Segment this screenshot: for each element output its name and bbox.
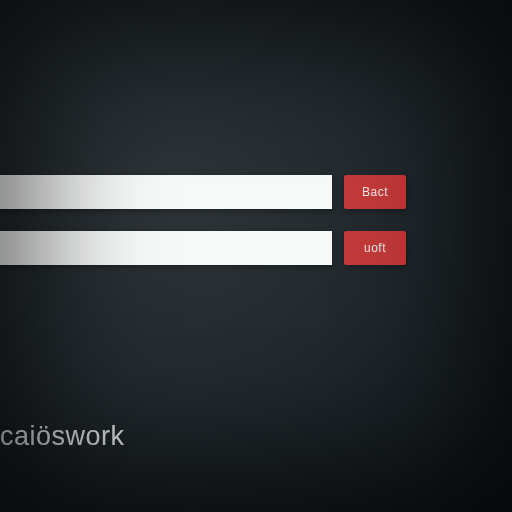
form-rows: Bact uoft xyxy=(0,175,512,287)
brand-wordmark: caiöswork xyxy=(0,421,125,452)
input-field-2[interactable] xyxy=(0,231,332,265)
action-button-1[interactable]: Bact xyxy=(344,175,406,209)
input-field-1[interactable] xyxy=(0,175,332,209)
form-row-2: uoft xyxy=(0,231,512,265)
spacer xyxy=(332,175,344,209)
action-button-2[interactable]: uoft xyxy=(344,231,406,265)
spacer xyxy=(332,231,344,265)
form-row-1: Bact xyxy=(0,175,512,209)
